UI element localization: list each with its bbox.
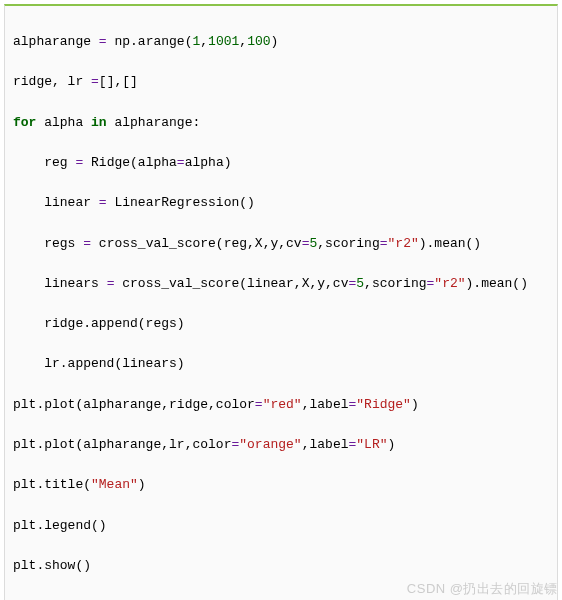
code-line: plt.title("Mean") (13, 475, 549, 495)
operator: = (83, 236, 91, 251)
code-line: plt.plot(alpharange,ridge,color="red",la… (13, 395, 549, 415)
code-token: ).mean() (466, 276, 528, 291)
operator: = (91, 74, 99, 89)
code-line: alpharange = np.arange(1,1001,100) (13, 32, 549, 52)
string: "r2" (388, 236, 419, 251)
code-line: linears = cross_val_score(linear,X,y,cv=… (13, 274, 549, 294)
code-token: linear (13, 195, 99, 210)
code-token: plt.plot(alpharange,lr,color (13, 437, 231, 452)
code-token: ) (138, 477, 146, 492)
code-cell: alpharange = np.arange(1,1001,100) ridge… (4, 4, 558, 600)
number: 1 (192, 34, 200, 49)
code-line: linear = LinearRegression() (13, 193, 549, 213)
code-token: alpha (36, 115, 91, 130)
code-token: linears (13, 276, 107, 291)
string: "Mean" (91, 477, 138, 492)
code-token: cross_val_score(linear,X,y,cv (114, 276, 348, 291)
number: 100 (247, 34, 270, 49)
code-token: ,scoring (317, 236, 379, 251)
operator: = (255, 397, 263, 412)
code-line: ridge, lr =[],[] (13, 72, 549, 92)
watermark: CSDN @扔出去的回旋镖 (407, 580, 558, 598)
number: 1001 (208, 34, 239, 49)
code-token: plt.plot(alpharange,ridge,color (13, 397, 255, 412)
code-line: plt.legend() (13, 516, 549, 536)
code-token: reg (13, 155, 75, 170)
string: "Ridge" (356, 397, 411, 412)
code-line: plt.show() (13, 556, 549, 576)
code-token: [],[] (99, 74, 138, 89)
operator: = (380, 236, 388, 251)
operator: = (99, 195, 107, 210)
code-token: alpharange (13, 34, 99, 49)
code-token: ) (411, 397, 419, 412)
code-token: ,label (302, 437, 349, 452)
code-line: regs = cross_val_score(reg,X,y,cv=5,scor… (13, 234, 549, 254)
code-token: ).mean() (419, 236, 481, 251)
code-token: regs (13, 236, 83, 251)
string: "orange" (239, 437, 301, 452)
code-line: plt.plot(alpharange,lr,color="orange",la… (13, 435, 549, 455)
keyword: for (13, 115, 36, 130)
string: "red" (263, 397, 302, 412)
string: "LR" (356, 437, 387, 452)
code-token: alpharange: (107, 115, 201, 130)
keyword: in (91, 115, 107, 130)
code-line: for alpha in alpharange: (13, 113, 549, 133)
code-token: Ridge(alpha (83, 155, 177, 170)
code-token: ) (388, 437, 396, 452)
string: "r2" (434, 276, 465, 291)
operator: = (99, 34, 107, 49)
code-line: lr.append(linears) (13, 354, 549, 374)
code-token: cross_val_score(reg,X,y,cv (91, 236, 302, 251)
code-token: ,scoring (364, 276, 426, 291)
code-token: ridge, lr (13, 74, 91, 89)
code-line: reg = Ridge(alpha=alpha) (13, 153, 549, 173)
code-token: alpha) (185, 155, 232, 170)
number: 5 (356, 276, 364, 291)
operator: = (177, 155, 185, 170)
code-token: plt.title( (13, 477, 91, 492)
code-token: LinearRegression() (107, 195, 255, 210)
code-token: ,label (302, 397, 349, 412)
code-token: np.arange( (107, 34, 193, 49)
code-line: ridge.append(regs) (13, 314, 549, 334)
code-token: ) (271, 34, 279, 49)
